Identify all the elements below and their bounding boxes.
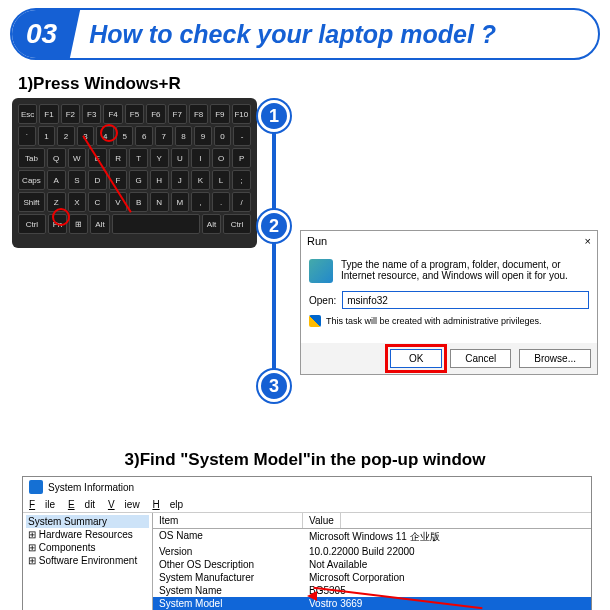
key: , xyxy=(191,192,210,212)
highlight-win-key xyxy=(52,208,70,226)
menu-view[interactable]: View xyxy=(108,499,140,510)
run-description: Type the name of a program, folder, docu… xyxy=(341,259,589,283)
key: - xyxy=(233,126,251,146)
key: R xyxy=(109,148,128,168)
key: Y xyxy=(150,148,169,168)
key: H xyxy=(150,170,169,190)
col-item: Item xyxy=(153,513,303,528)
tree-software[interactable]: ⊞ Software Environment xyxy=(26,554,149,567)
key: F3 xyxy=(82,104,101,124)
key: K xyxy=(191,170,210,190)
key: N xyxy=(150,192,169,212)
sysinfo-menu: File Edit View Help xyxy=(23,497,591,513)
cancel-button[interactable]: Cancel xyxy=(450,349,511,368)
key: X xyxy=(68,192,87,212)
run-dialog: Run × Type the name of a program, folder… xyxy=(300,230,598,375)
key: 0 xyxy=(214,126,232,146)
key: G xyxy=(129,170,148,190)
page-title: How to check your laptop model ? xyxy=(89,20,496,49)
step-number-badge: 03 xyxy=(10,10,80,58)
key: F4 xyxy=(103,104,122,124)
key: W xyxy=(68,148,87,168)
tree-hardware[interactable]: ⊞ Hardware Resources xyxy=(26,528,149,541)
browse-button[interactable]: Browse... xyxy=(519,349,591,368)
key: Ctrl xyxy=(223,214,251,234)
key: Ctrl xyxy=(18,214,46,234)
key: A xyxy=(47,170,66,190)
step3-label: 3)Find "System Model"in the pop-up windo… xyxy=(0,450,610,470)
key: M xyxy=(171,192,190,212)
key: 9 xyxy=(194,126,212,146)
key: 6 xyxy=(135,126,153,146)
key: Shift xyxy=(18,192,45,212)
key: F8 xyxy=(189,104,208,124)
open-input[interactable] xyxy=(342,291,589,309)
menu-file[interactable]: File xyxy=(29,499,55,510)
sysinfo-icon xyxy=(29,480,43,494)
table-row[interactable]: Other OS DescriptionNot Available xyxy=(153,558,591,571)
key: C xyxy=(88,192,107,212)
table-row[interactable]: System ModelVostro 3669 xyxy=(153,597,591,610)
key: L xyxy=(212,170,231,190)
key: ` xyxy=(18,126,36,146)
badge-2: 2 xyxy=(258,210,290,242)
key: F2 xyxy=(61,104,80,124)
open-label: Open: xyxy=(309,295,336,306)
key: ; xyxy=(232,170,251,190)
key: U xyxy=(171,148,190,168)
key: 8 xyxy=(175,126,193,146)
key: 5 xyxy=(116,126,134,146)
key: 7 xyxy=(155,126,173,146)
callout-arrow xyxy=(303,573,503,593)
sysinfo-table: Item Value OS NameMicrosoft Windows 11 企… xyxy=(153,513,591,610)
key: J xyxy=(171,170,190,190)
key: F5 xyxy=(125,104,144,124)
menu-help[interactable]: Help xyxy=(152,499,183,510)
key: O xyxy=(212,148,231,168)
highlight-r-key xyxy=(100,124,118,142)
run-dialog-title: Run xyxy=(307,235,327,247)
key: Alt xyxy=(202,214,221,234)
sysinfo-tree[interactable]: System Summary ⊞ Hardware Resources ⊞ Co… xyxy=(23,513,153,610)
key: Alt xyxy=(90,214,109,234)
key xyxy=(112,214,200,234)
badge-3: 3 xyxy=(258,370,290,402)
privilege-note: This task will be created with administr… xyxy=(326,316,542,326)
table-row[interactable]: Version10.0.22000 Build 22000 xyxy=(153,545,591,558)
key: Esc xyxy=(18,104,37,124)
key: . xyxy=(212,192,231,212)
key: F10 xyxy=(232,104,251,124)
run-icon xyxy=(309,259,333,283)
tree-system-summary[interactable]: System Summary xyxy=(26,515,149,528)
header-banner: 03 How to check your laptop model ? xyxy=(10,8,600,60)
tree-components[interactable]: ⊞ Components xyxy=(26,541,149,554)
key: ⊞ xyxy=(69,214,88,234)
key: F1 xyxy=(39,104,58,124)
key: 2 xyxy=(57,126,75,146)
key: Tab xyxy=(18,148,45,168)
system-information-window: System Information File Edit View Help S… xyxy=(22,476,592,610)
key: B xyxy=(129,192,148,212)
key: S xyxy=(68,170,87,190)
shield-icon xyxy=(309,315,321,327)
key: F7 xyxy=(168,104,187,124)
ok-button[interactable]: OK xyxy=(390,349,442,368)
key: I xyxy=(191,148,210,168)
key: 1 xyxy=(38,126,56,146)
key: T xyxy=(129,148,148,168)
badge-1: 1 xyxy=(258,100,290,132)
key: P xyxy=(232,148,251,168)
key: D xyxy=(88,170,107,190)
key: / xyxy=(232,192,251,212)
col-value: Value xyxy=(303,513,341,528)
step1-label: 1)Press Windows+R xyxy=(18,74,610,94)
table-row[interactable]: OS NameMicrosoft Windows 11 企业版 xyxy=(153,529,591,545)
timeline-line xyxy=(272,100,276,386)
key: F6 xyxy=(146,104,165,124)
sysinfo-title: System Information xyxy=(48,482,134,493)
close-icon[interactable]: × xyxy=(585,235,591,247)
keyboard-illustration: EscF1F2F3F4F5F6F7F8F9F10 `1234567890- Ta… xyxy=(12,98,257,248)
key: F9 xyxy=(210,104,229,124)
menu-edit[interactable]: Edit xyxy=(68,499,95,510)
key: Caps xyxy=(18,170,45,190)
